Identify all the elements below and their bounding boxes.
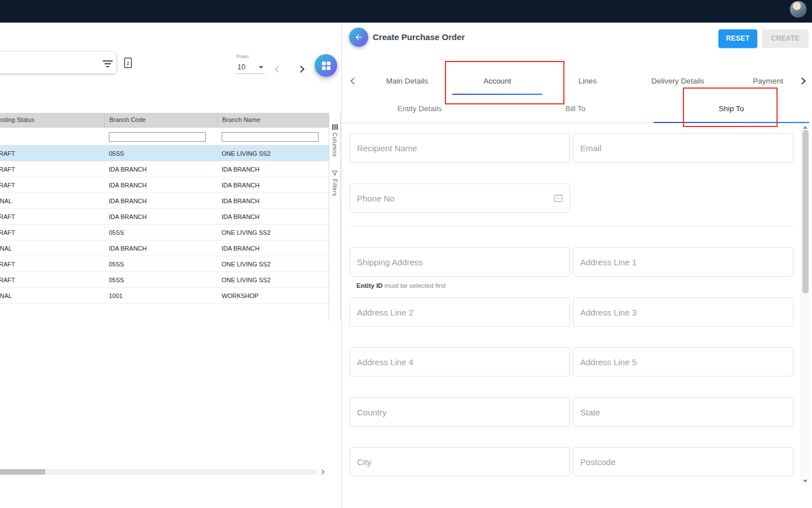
cell-posting-status: DRAFT bbox=[0, 213, 104, 220]
column-header-branch-name[interactable]: Branch Name bbox=[217, 113, 329, 127]
tab-main-details[interactable]: Main Details bbox=[362, 68, 452, 95]
cell-posting-status: DRAFT bbox=[0, 182, 104, 189]
country-field-box bbox=[350, 397, 570, 427]
column-header-branch-code[interactable]: Branch Code bbox=[104, 113, 217, 127]
cell-branch-code: IDA BRANCH bbox=[104, 182, 217, 189]
dialpad-icon[interactable] bbox=[554, 195, 563, 202]
quick-search-box bbox=[0, 52, 116, 73]
grid-view-button[interactable] bbox=[315, 54, 337, 77]
scroll-up-icon[interactable] bbox=[803, 126, 807, 129]
cell-branch-code: IDA BRANCH bbox=[104, 166, 217, 173]
table-row[interactable]: DRAFT05SSONE LIVING SS2 bbox=[0, 146, 329, 161]
table-inner: Posting StatusBranch CodeBranch Name DRA… bbox=[0, 113, 329, 304]
filter-input-branch-name[interactable] bbox=[222, 132, 319, 142]
filter-cell-branch-code bbox=[104, 131, 217, 142]
recipient-name-input[interactable] bbox=[350, 143, 570, 153]
country-input[interactable] bbox=[350, 408, 570, 417]
page-2-icon[interactable]: 2 bbox=[123, 57, 133, 71]
scroll-right-icon[interactable] bbox=[320, 470, 324, 474]
table-row[interactable]: FINALIDA BRANCHIDA BRANCH bbox=[0, 193, 329, 209]
subtab-ship-to[interactable]: Ship To bbox=[654, 95, 809, 122]
grid-apps-icon bbox=[321, 61, 331, 71]
filter-cell-branch-name bbox=[217, 131, 329, 142]
cell-branch-name: IDA BRANCH bbox=[217, 182, 329, 189]
cell-branch-name: IDA BRANCH bbox=[217, 166, 329, 173]
search-input[interactable] bbox=[0, 52, 116, 73]
table-row[interactable]: DRAFT05SSONE LIVING SS2 bbox=[0, 225, 329, 240]
cell-branch-name: ONE LIVING SS2 bbox=[217, 150, 329, 157]
table-side-strip: Columns Filters bbox=[329, 113, 341, 321]
back-button[interactable] bbox=[349, 28, 368, 47]
cell-posting-status: DRAFT bbox=[0, 166, 104, 173]
phone-no-input[interactable] bbox=[350, 194, 554, 203]
table-row[interactable]: DRAFTIDA BRANCHIDA BRANCH bbox=[0, 209, 329, 225]
state-input[interactable] bbox=[573, 408, 793, 417]
column-header-posting-status[interactable]: Posting Status bbox=[0, 113, 104, 127]
tab-delivery-details[interactable]: Delivery Details bbox=[633, 68, 723, 95]
columns-toggle[interactable]: Columns bbox=[332, 124, 338, 157]
email-field-box bbox=[573, 133, 793, 163]
tabs-scroll-left-icon[interactable] bbox=[350, 77, 358, 85]
create-button[interactable]: CREATE bbox=[762, 29, 809, 48]
chevron-down-icon bbox=[259, 66, 263, 69]
form-section-divider bbox=[350, 226, 793, 226]
shipping-address-input[interactable] bbox=[350, 257, 570, 267]
reset-button[interactable]: RESET bbox=[718, 29, 757, 48]
tab-lines[interactable]: Lines bbox=[542, 68, 633, 95]
cell-branch-name: ONE LIVING SS2 bbox=[217, 229, 329, 236]
vertical-scrollbar[interactable] bbox=[801, 123, 809, 485]
top-nav-bar bbox=[0, 0, 812, 23]
cell-branch-code: IDA BRANCH bbox=[104, 198, 217, 204]
rows-per-page-select[interactable]: 10 bbox=[236, 61, 265, 74]
address-line-5-field-box bbox=[573, 347, 793, 376]
filter-list-icon[interactable] bbox=[103, 60, 113, 70]
cell-posting-status: DRAFT bbox=[0, 261, 104, 268]
cell-posting-status: FINAL bbox=[0, 245, 104, 252]
subtab-bill-to[interactable]: Bill To bbox=[497, 95, 653, 122]
horizontal-scrollbar[interactable] bbox=[0, 469, 317, 475]
account-subtabs: Entity DetailsBill ToShip To bbox=[342, 95, 809, 123]
table-header-row: Posting StatusBranch CodeBranch Name bbox=[0, 113, 329, 128]
next-page-icon[interactable] bbox=[297, 65, 304, 73]
rows-per-page-value: 10 bbox=[237, 63, 245, 71]
filter-input-branch-code[interactable] bbox=[109, 132, 206, 142]
table-row[interactable]: DRAFTIDA BRANCHIDA BRANCH bbox=[0, 161, 329, 177]
horizontal-scrollbar-thumb[interactable] bbox=[0, 469, 45, 475]
address-line-4-field-box bbox=[350, 347, 570, 376]
cell-branch-code: IDA BRANCH bbox=[104, 245, 217, 252]
helper-bold: Entity ID bbox=[356, 282, 383, 289]
cell-branch-code: 05SS bbox=[104, 150, 217, 157]
cell-posting-status: DRAFT bbox=[0, 150, 104, 157]
phone-no-field-box bbox=[350, 183, 570, 213]
subtab-entity-details[interactable]: Entity Details bbox=[342, 95, 497, 122]
funnel-icon bbox=[332, 170, 338, 176]
address-line-2-input[interactable] bbox=[350, 308, 570, 317]
table-row[interactable]: DRAFT05SSONE LIVING SS2 bbox=[0, 272, 329, 288]
tab-account[interactable]: Account bbox=[452, 68, 542, 95]
address-line-5-input[interactable] bbox=[573, 357, 793, 367]
table-row[interactable]: FINAL1001WORKSHOP bbox=[0, 288, 329, 304]
vertical-scrollbar-thumb[interactable] bbox=[802, 130, 809, 294]
address-line-3-input[interactable] bbox=[573, 308, 793, 317]
cell-branch-code: 05SS bbox=[104, 277, 217, 283]
table-row[interactable]: FINALIDA BRANCHIDA BRANCH bbox=[0, 240, 329, 256]
filters-toggle[interactable]: Filters bbox=[332, 170, 338, 196]
user-avatar[interactable] bbox=[789, 1, 807, 18]
email-input[interactable] bbox=[573, 143, 793, 153]
purchase-order-list-panel: 2 Rows 10 Posting StatusBranch CodeBranc… bbox=[0, 23, 342, 508]
svg-text:2: 2 bbox=[126, 60, 129, 66]
cell-posting-status: FINAL bbox=[0, 292, 104, 299]
table-row[interactable]: DRAFT05SSONE LIVING SS2 bbox=[0, 256, 329, 272]
city-input[interactable] bbox=[350, 457, 570, 467]
table-row[interactable]: DRAFTIDA BRANCHIDA BRANCH bbox=[0, 177, 329, 193]
scroll-down-icon[interactable] bbox=[803, 480, 807, 483]
address-line-3-field-box bbox=[573, 297, 793, 327]
cell-branch-code: 05SS bbox=[104, 261, 217, 268]
previous-page-icon[interactable] bbox=[275, 65, 282, 73]
cell-posting-status: FINAL bbox=[0, 198, 104, 204]
table-filter-row bbox=[0, 128, 329, 146]
columns-label: Columns bbox=[332, 133, 338, 157]
address-line-1-input[interactable] bbox=[573, 257, 793, 267]
address-line-4-input[interactable] bbox=[350, 357, 570, 367]
postcode-input[interactable] bbox=[573, 457, 793, 467]
